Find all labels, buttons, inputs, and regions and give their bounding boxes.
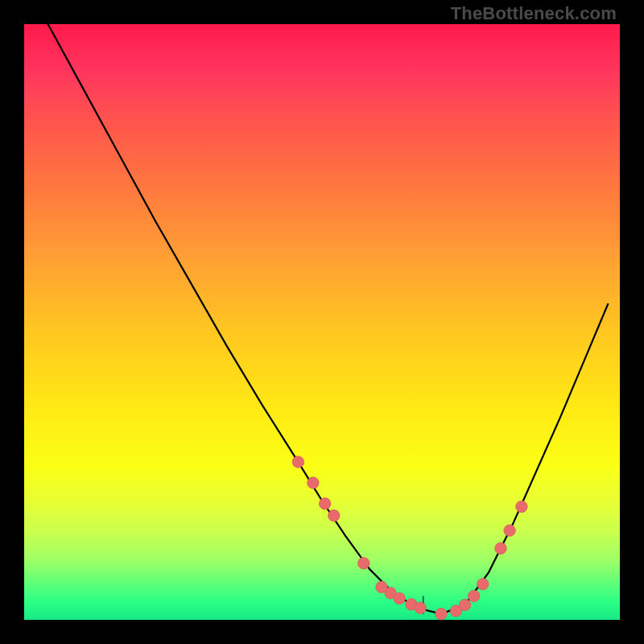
scatter-dot [504,525,515,536]
scatter-dot [459,599,470,610]
bottleneck-curve [48,24,609,614]
scatter-dot [394,592,405,604]
scatter-dot [495,543,506,554]
scatter-dot [308,477,319,489]
scatter-dot [469,590,480,601]
chart-canvas: TheBottleneck.com [0,0,644,644]
scatter-dot [516,501,527,512]
scatter-dot [320,498,331,510]
watermark-text: TheBottleneck.com [451,3,617,24]
chart-overlay [24,24,620,620]
scatter-dot [477,578,489,589]
scatter-dot [415,602,426,613]
scatter-dots [292,456,527,620]
scatter-dot [358,558,369,569]
scatter-dot [292,456,303,468]
scatter-dot [436,608,447,619]
scatter-dot [328,510,340,521]
